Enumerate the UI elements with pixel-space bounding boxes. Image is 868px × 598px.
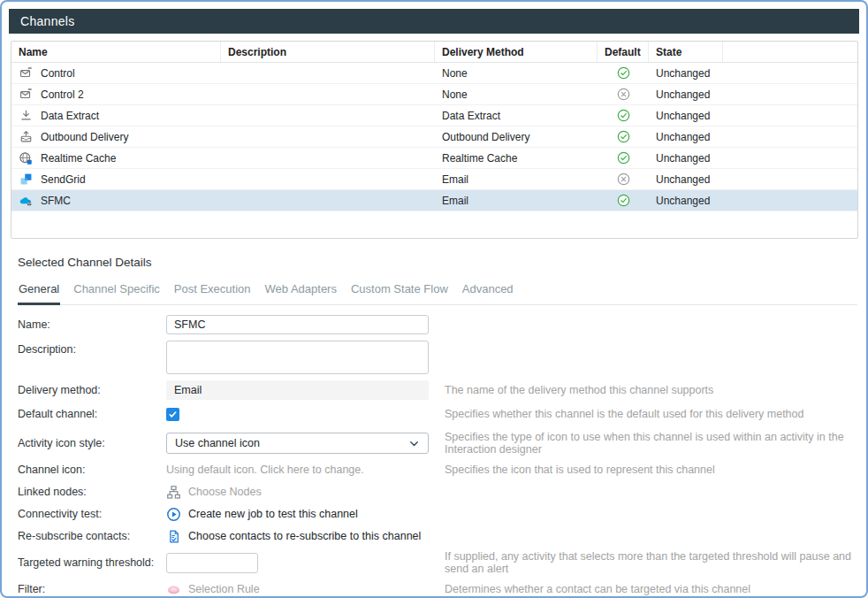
org-nodes-icon	[166, 485, 181, 500]
chevron-down-icon	[408, 438, 420, 449]
delivery-method-value: Email	[166, 380, 429, 400]
globe-channel-icon	[19, 151, 33, 165]
choose-nodes-label: Choose Nodes	[188, 486, 262, 498]
channel-delivery-method: None	[435, 84, 598, 104]
channel-description	[221, 84, 435, 104]
channel-state: Unchanged	[649, 148, 723, 168]
selection-rule-button[interactable]: Selection Rule	[166, 582, 260, 597]
document-check-icon	[166, 529, 181, 544]
channel-description	[221, 126, 435, 147]
default-yes-check-icon	[616, 109, 630, 123]
channels-table-header: NameDescriptionDelivery MethodDefaultSta…	[11, 42, 857, 63]
choose-nodes-button[interactable]: Choose Nodes	[166, 485, 262, 500]
window-titlebar: Channels	[9, 9, 859, 34]
channel-name: Control 2	[41, 88, 84, 101]
sendgrid-channel-icon	[19, 172, 33, 187]
row-filler	[723, 105, 857, 126]
row-filler	[723, 190, 857, 211]
tab-advanced[interactable]: Advanced	[461, 282, 514, 305]
form-row-resubscribe-contacts: Re-subscribe contacts: Choose contacts t…	[18, 528, 857, 544]
table-row-data-extract[interactable]: Data ExtractData ExtractUnchanged	[11, 105, 857, 126]
table-row-outbound-delivery[interactable]: Outbound DeliveryOutbound DeliveryUnchan…	[11, 126, 857, 148]
connectivity-test-text: Create new job to test this channel	[188, 508, 358, 520]
default-yes-check-icon	[616, 130, 630, 144]
channels-table-body: ControlNoneUnchangedControl 2NoneUnchang…	[11, 63, 857, 211]
channel-name: SFMC	[41, 195, 71, 207]
channel-name: Data Extract	[41, 110, 99, 122]
channel-delivery-method: Email	[435, 190, 598, 211]
connectivity-test-label: Connectivity test:	[18, 508, 166, 520]
form-row-name: Name:	[18, 315, 857, 334]
column-header-name[interactable]: Name	[11, 42, 221, 62]
connectivity-test-button[interactable]: Create new job to test this channel	[166, 507, 358, 522]
tab-web-adapters[interactable]: Web Adapters	[264, 282, 338, 305]
delivery-method-label: Delivery method:	[18, 384, 166, 396]
table-row-sfmc[interactable]: SFMCEmailUnchanged	[11, 190, 857, 211]
default-channel-help: Specifies whether this channel is the de…	[437, 408, 857, 420]
download-channel-icon	[19, 109, 33, 123]
column-header-delivery-method[interactable]: Delivery Method	[435, 42, 598, 62]
tab-post-execution[interactable]: Post Execution	[173, 282, 252, 305]
default-yes-check-icon	[616, 194, 630, 208]
filter-label: Filter:	[18, 583, 166, 595]
resubscribe-contacts-text: Choose contacts to re-subscribe to this …	[188, 530, 421, 542]
activity-icon-style-label: Activity icon style:	[18, 437, 166, 449]
column-header-default[interactable]: Default	[598, 42, 649, 62]
column-header-description[interactable]: Description	[221, 42, 435, 62]
default-channel-checkbox[interactable]	[166, 408, 179, 421]
details-tabbar: GeneralChannel SpecificPost ExecutionWeb…	[18, 282, 857, 305]
check-icon	[168, 410, 178, 419]
channel-icon-help: Specifies the icon that is used to repre…	[437, 464, 857, 476]
linked-nodes-label: Linked nodes:	[18, 486, 166, 498]
table-row-control[interactable]: ControlNoneUnchanged	[11, 63, 857, 84]
table-row-realtime-cache[interactable]: Realtime CacheRealtime CacheUnchanged	[11, 148, 857, 169]
channel-description	[221, 148, 435, 168]
default-yes-check-icon	[616, 151, 630, 165]
row-filler	[723, 148, 857, 168]
channel-delivery-method: Email	[435, 169, 598, 189]
resubscribe-contacts-label: Re-subscribe contacts:	[18, 530, 166, 542]
channel-state: Unchanged	[649, 105, 723, 126]
table-row-sendgrid[interactable]: SendGridEmailUnchanged	[11, 169, 857, 190]
name-input[interactable]	[166, 315, 429, 334]
form-row-connectivity-test: Connectivity test: Create new job to tes…	[18, 506, 857, 522]
row-filler	[723, 63, 857, 83]
tab-channel-specific[interactable]: Channel Specific	[72, 282, 161, 305]
channel-delivery-method: Outbound Delivery	[435, 126, 598, 147]
outbox-channel-icon	[19, 130, 33, 144]
column-header-filler	[723, 42, 857, 62]
column-header-state[interactable]: State	[649, 42, 723, 62]
channel-state: Unchanged	[649, 126, 723, 147]
tab-general[interactable]: General	[18, 282, 60, 305]
row-filler	[723, 84, 857, 104]
default-channel-label: Default channel:	[18, 408, 166, 420]
channel-name: Outbound Delivery	[41, 131, 128, 143]
channel-description	[221, 105, 435, 126]
channels-window: Channels NameDescriptionDelivery MethodD…	[0, 0, 868, 598]
targeted-warning-threshold-label: Targeted warning threshold:	[18, 556, 166, 569]
default-no-cross-icon	[616, 172, 630, 187]
channel-delivery-method: Data Extract	[435, 105, 598, 126]
description-input[interactable]	[166, 341, 429, 374]
channel-description	[221, 169, 435, 189]
channels-table: NameDescriptionDelivery MethodDefaultSta…	[11, 41, 858, 239]
activity-icon-style-help: Specifies the type of icon to use when t…	[437, 431, 857, 456]
resubscribe-contacts-button[interactable]: Choose contacts to re-subscribe to this …	[166, 529, 421, 544]
form-row-targeted-warning-threshold: Targeted warning threshold: If supplied,…	[18, 550, 857, 575]
table-row-control-2[interactable]: Control 2NoneUnchanged	[11, 84, 857, 105]
form-row-linked-nodes: Linked nodes: Choose Nodes	[18, 484, 857, 500]
targeted-warning-threshold-help: If supplied, any activity that selects m…	[437, 550, 857, 575]
tab-custom-state-flow[interactable]: Custom State Flow	[350, 282, 449, 305]
form-row-filter: Filter: Selection Rule Determines whethe…	[18, 581, 857, 597]
mail-channel-icon	[19, 88, 33, 102]
activity-icon-style-select[interactable]: Use channel icon	[166, 433, 429, 454]
activity-icon-style-value: Use channel icon	[175, 437, 260, 449]
form-row-activity-icon-style: Activity icon style: Use channel icon Sp…	[18, 431, 857, 456]
channel-icon-change-link[interactable]: Using default icon. Click here to change…	[166, 464, 364, 476]
channel-state: Unchanged	[649, 190, 723, 211]
targeted-warning-threshold-input[interactable]	[166, 553, 258, 573]
details-form: Name: Description: Delivery method: Emai…	[18, 315, 857, 598]
filter-help: Determines whether a contact can be targ…	[437, 583, 857, 595]
channel-description	[221, 63, 435, 83]
description-label: Description:	[18, 341, 166, 356]
